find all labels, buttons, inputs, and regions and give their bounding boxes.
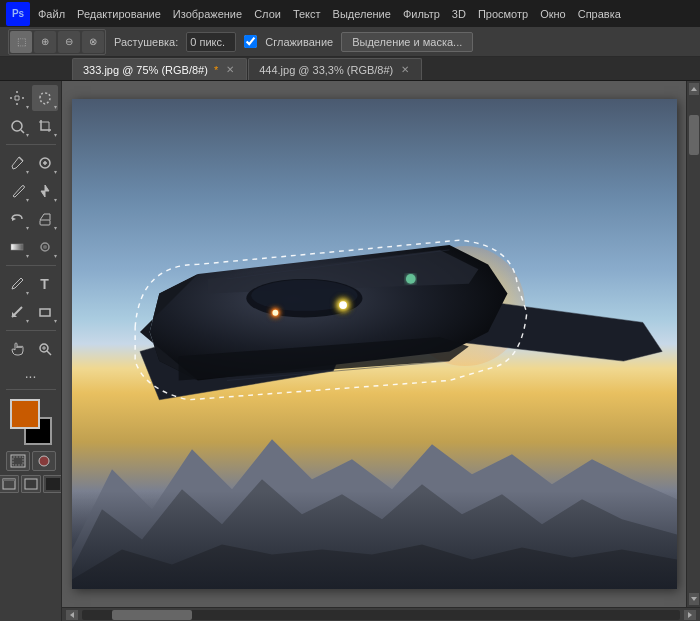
title-bar: Ps Файл Редактирование Изображение Слои … (0, 0, 700, 27)
menu-select[interactable]: Выделение (333, 8, 391, 20)
svg-point-17 (39, 456, 49, 466)
foreground-color-swatch[interactable] (10, 399, 40, 429)
mask-button[interactable]: Выделение и маска... (341, 32, 473, 52)
blur-btn[interactable]: ▾ (32, 234, 58, 260)
tab-444-close[interactable]: ✕ (399, 63, 411, 76)
selection-mode-group: ⬚ ⊕ ⊖ ⊗ (8, 29, 106, 55)
zoom-tool-btn[interactable] (32, 336, 58, 362)
more-tools-btn[interactable]: ··· (25, 368, 37, 384)
smooth-checkbox[interactable] (244, 35, 257, 48)
horizontal-scrollbar[interactable] (82, 610, 680, 620)
path-select-btn[interactable]: ▾ (4, 299, 30, 325)
gradient-btn[interactable]: ▾ (4, 234, 30, 260)
scroll-down-btn[interactable] (689, 593, 699, 605)
spacecraft-scene (72, 99, 677, 589)
clone-stamp-btn[interactable]: ▾ (32, 178, 58, 204)
toolbar-divider-3 (6, 330, 56, 331)
menu-help[interactable]: Справка (578, 8, 621, 20)
hand-tool-btn[interactable] (4, 336, 30, 362)
scroll-up-btn[interactable] (689, 83, 699, 95)
toolbar: ▾ ▾ ▾ ▾ ▾ ▾ (0, 81, 62, 621)
svg-line-12 (47, 351, 51, 355)
scroll-right-btn[interactable] (684, 610, 696, 620)
subtract-selection-btn[interactable]: ⊖ (58, 31, 80, 53)
standard-screen-btn[interactable] (0, 475, 19, 493)
smooth-label: Сглаживание (265, 36, 333, 48)
lasso-tool-btn[interactable]: ▾ (32, 85, 58, 111)
svg-point-9 (43, 245, 47, 249)
options-bar: ⬚ ⊕ ⊖ ⊗ Растушевка: Сглаживание Выделени… (0, 27, 700, 57)
menu-window[interactable]: Окно (540, 8, 566, 20)
fullscreen-menu-btn[interactable] (21, 475, 41, 493)
standard-mode-btn[interactable] (6, 451, 30, 471)
menu-layers[interactable]: Слои (254, 8, 281, 20)
canvas-container (72, 99, 677, 589)
quick-mask-group (6, 451, 56, 471)
svg-point-28 (272, 310, 278, 316)
tab-444-label: 444.jpg @ 33,3% (RGB/8#) (259, 64, 393, 76)
ps-logo: Ps (6, 2, 30, 26)
horizontal-scroll-thumb[interactable] (112, 610, 192, 620)
tab-333-label: 333.jpg @ 75% (RGB/8#) (83, 64, 208, 76)
svg-rect-16 (13, 457, 23, 465)
menu-bar: Файл Редактирование Изображение Слои Тек… (38, 8, 621, 20)
spot-healing-btn[interactable]: ▾ (32, 150, 58, 176)
color-boxes (8, 399, 54, 445)
menu-3d[interactable]: 3D (452, 8, 466, 20)
workspace: ▾ ▾ ▾ ▾ ▾ ▾ (0, 81, 700, 621)
svg-rect-6 (40, 220, 50, 225)
menu-filter[interactable]: Фильтр (403, 8, 440, 20)
scroll-left-btn[interactable] (66, 610, 78, 620)
shape-tool-btn[interactable]: ▾ (32, 299, 58, 325)
svg-line-1 (21, 130, 24, 133)
screen-mode-group (0, 475, 62, 493)
toolbar-divider-2 (6, 265, 56, 266)
tab-bar: 333.jpg @ 75% (RGB/8#) * ✕ 444.jpg @ 33,… (0, 57, 700, 81)
move-tool-btn[interactable]: ▾ (4, 85, 30, 111)
tab-333-close[interactable]: ✕ (224, 63, 236, 76)
feather-label: Растушевка: (114, 36, 178, 48)
tab-444[interactable]: 444.jpg @ 33,3% (RGB/8#) ✕ (248, 58, 422, 80)
brush-tool-btn[interactable]: ▾ (4, 178, 30, 204)
menu-image[interactable]: Изображение (173, 8, 242, 20)
crop-tool-btn[interactable]: ▾ (32, 113, 58, 139)
svg-rect-21 (46, 478, 60, 490)
text-tool-btn[interactable]: T (32, 271, 58, 297)
fullscreen-btn[interactable] (43, 475, 63, 493)
tab-333[interactable]: 333.jpg @ 75% (RGB/8#) * ✕ (72, 58, 247, 80)
svg-rect-20 (25, 479, 37, 489)
canvas-area[interactable] (62, 81, 686, 607)
quick-select-btn[interactable]: ▾ (4, 113, 30, 139)
menu-file[interactable]: Файл (38, 8, 65, 20)
toolbar-divider-1 (6, 144, 56, 145)
vertical-scrollbar[interactable] (686, 81, 700, 607)
bottom-scrollbar-bar (62, 607, 700, 621)
pen-tool-btn[interactable]: ▾ (4, 271, 30, 297)
spacecraft (72, 129, 677, 497)
menu-edit[interactable]: Редактирование (77, 8, 161, 20)
intersect-selection-btn[interactable]: ⊗ (82, 31, 104, 53)
eraser-btn[interactable]: ▾ (32, 206, 58, 232)
new-selection-btn[interactable]: ⬚ (10, 31, 32, 53)
menu-view[interactable]: Просмотр (478, 8, 528, 20)
feather-input[interactable] (186, 32, 236, 52)
svg-point-31 (405, 274, 415, 284)
menu-text[interactable]: Текст (293, 8, 321, 20)
quick-mask-btn[interactable] (32, 451, 56, 471)
svg-point-0 (12, 121, 22, 131)
svg-rect-7 (11, 244, 23, 250)
svg-line-2 (19, 157, 23, 161)
vertical-scroll-thumb[interactable] (689, 115, 699, 155)
history-brush-btn[interactable]: ▾ (4, 206, 30, 232)
add-selection-btn[interactable]: ⊕ (34, 31, 56, 53)
svg-rect-10 (40, 309, 50, 316)
svg-rect-19 (3, 479, 15, 481)
canvas-image (72, 99, 677, 589)
toolbar-divider-4 (6, 389, 56, 390)
eyedropper-btn[interactable]: ▾ (4, 150, 30, 176)
svg-point-30 (339, 301, 347, 309)
